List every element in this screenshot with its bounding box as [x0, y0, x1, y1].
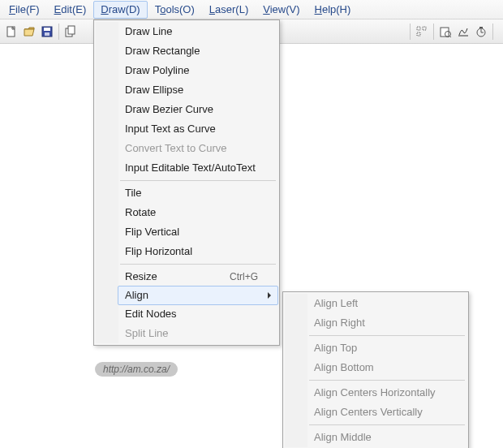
menu-item-label: Input Text as Curve	[125, 123, 216, 136]
toolbar-separator	[433, 24, 434, 40]
svg-rect-6	[417, 27, 420, 30]
toolbar-group-file	[5, 25, 54, 38]
menu-item-label: Align Centers Vertically	[314, 406, 423, 419]
menu-item[interactable]: Draw Bezier Curve	[118, 100, 277, 119]
menu-item[interactable]: Align Centers Vertically	[307, 403, 466, 422]
menu-item[interactable]: Tile	[118, 183, 277, 203]
menu-item-label: Input Editable Text/AutoText	[125, 162, 256, 174]
menu-item[interactable]: Input Text as Curve	[118, 119, 277, 139]
menu-item[interactable]: Align Centers Horizontally	[307, 383, 466, 403]
menubar: File(F)Edit(E)Draw(D)Tools(O)Laser(L)Vie…	[0, 0, 503, 19]
menu-separator	[309, 424, 465, 425]
menu-item[interactable]: Draw Line	[118, 22, 277, 41]
menu-item-label: Rotate	[125, 206, 156, 219]
svg-rect-7	[423, 27, 426, 30]
grid-settings-icon[interactable]	[415, 25, 428, 38]
menu-item[interactable]: Flip Vertical	[118, 222, 277, 242]
menu-item[interactable]: Align	[118, 286, 278, 305]
svg-rect-2	[44, 28, 50, 31]
svg-line-11	[449, 36, 451, 37]
menu-item-label: Convert Text to Curve	[125, 142, 226, 155]
menu-item[interactable]: Align Middle	[307, 428, 466, 447]
toolbar-separator	[410, 24, 411, 40]
timer-icon[interactable]	[475, 25, 488, 38]
menubar-item[interactable]: Draw(D)	[93, 1, 147, 19]
menu-item: Split Line	[118, 324, 277, 343]
menubar-item[interactable]: Tools(O)	[148, 1, 202, 19]
menubar-item[interactable]: Laser(L)	[202, 1, 256, 19]
preview-icon[interactable]	[439, 25, 452, 38]
menu-item[interactable]: Input Editable Text/AutoText	[118, 158, 277, 178]
svg-rect-5	[68, 26, 75, 34]
menu-item-shortcut: Ctrl+G	[230, 270, 258, 283]
menubar-item[interactable]: View(V)	[256, 1, 307, 19]
menubar-item[interactable]: Edit(E)	[47, 1, 94, 19]
menu-item-label: Align Left	[314, 297, 358, 310]
signal-icon[interactable]	[457, 25, 470, 38]
watermark-badge: http://am.co.za/	[95, 362, 178, 377]
menu-separator	[120, 180, 276, 181]
menu-item[interactable]: Align Bottom	[307, 358, 466, 377]
svg-rect-8	[417, 32, 420, 36]
duplicate-icon[interactable]	[64, 25, 77, 38]
menu-item-label: Draw Bezier Curve	[125, 103, 213, 116]
menu-item-label: Flip Horizontal	[125, 245, 192, 258]
menubar-item[interactable]: Help(H)	[307, 1, 359, 19]
menu-separator	[309, 380, 465, 381]
menu-separator	[309, 335, 465, 336]
menu-item[interactable]: Flip Horizontal	[118, 242, 277, 261]
menu-item-label: Draw Ellipse	[125, 84, 183, 97]
menu-item[interactable]: ResizeCtrl+G	[118, 267, 277, 286]
menubar-item[interactable]: File(F)	[2, 1, 47, 19]
menu-item-label: Align Centers Horizontally	[314, 386, 436, 399]
menu-item[interactable]: Draw Ellipse	[118, 80, 277, 100]
menu-item-label: Align Bottom	[314, 361, 374, 374]
menu-item-label: Edit Nodes	[125, 308, 177, 321]
menu-item-label: Flip Vertical	[125, 226, 179, 239]
menu-item[interactable]: Edit Nodes	[118, 304, 277, 324]
menu-separator	[120, 264, 276, 265]
toolbar-group-settings	[415, 25, 428, 38]
svg-rect-16	[479, 27, 483, 28]
draw-menu-dropdown: Draw LineDraw RectangleDraw PolylineDraw…	[93, 19, 280, 346]
menu-item-label: Draw Line	[125, 25, 173, 38]
menu-item-label: Split Line	[125, 327, 168, 340]
menu-item[interactable]: Draw Polyline	[118, 61, 277, 80]
toolbar-separator	[492, 24, 493, 40]
menu-item[interactable]: Align Right	[307, 313, 466, 333]
menu-item-label: Align Top	[314, 342, 357, 355]
menu-item-label: Align	[125, 289, 148, 302]
menu-item-label: Tile	[125, 187, 141, 200]
toolbar-separator	[58, 24, 59, 40]
open-file-icon[interactable]	[23, 25, 36, 38]
menu-item[interactable]: Rotate	[118, 203, 277, 222]
save-icon[interactable]	[41, 25, 54, 38]
svg-rect-9	[441, 28, 449, 37]
align-submenu: Align LeftAlign RightAlign TopAlign Bott…	[282, 291, 469, 448]
menu-item-label: Draw Rectangle	[125, 45, 200, 58]
menu-item-label: Align Middle	[314, 431, 372, 444]
menu-item[interactable]: Draw Rectangle	[118, 41, 277, 61]
menu-item-label: Resize	[125, 270, 157, 283]
toolbar-group-preview	[439, 25, 488, 38]
toolbar-group-misc1	[64, 25, 77, 38]
menu-item[interactable]: Align Left	[307, 294, 466, 313]
menu-item: Convert Text to Curve	[118, 139, 277, 158]
menu-item-label: Align Right	[314, 317, 365, 330]
menu-item-label: Draw Polyline	[125, 64, 189, 77]
new-file-icon[interactable]	[5, 25, 18, 38]
menu-item[interactable]: Align Top	[307, 338, 466, 358]
svg-rect-3	[45, 32, 49, 36]
submenu-arrow-icon	[268, 292, 271, 299]
